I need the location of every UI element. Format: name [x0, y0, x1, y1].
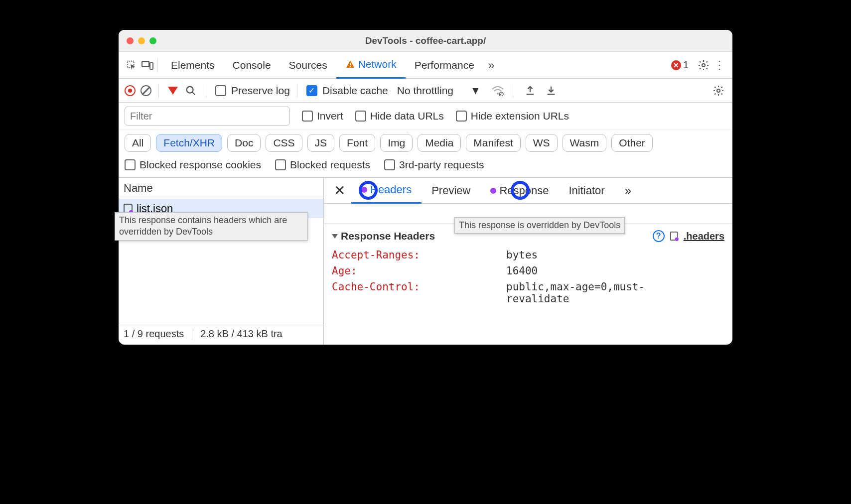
request-list: Name list.json 1 / 9 requests 2.8 kB / 4…	[119, 178, 324, 345]
request-detail: ✕ Headers Preview Response Initiator »	[324, 178, 732, 345]
devtools-window: DevTools - coffee-cart.app/ Elements Con…	[119, 30, 732, 345]
filter-toggle-icon[interactable]	[168, 87, 178, 95]
svg-point-9	[499, 92, 503, 96]
svg-point-8	[497, 93, 499, 95]
close-detail-button[interactable]: ✕	[328, 182, 351, 199]
divider	[158, 84, 159, 98]
status-bar: 1 / 9 requests 2.8 kB / 413 kB tra	[119, 323, 323, 345]
pill-fetch-xhr[interactable]: Fetch/XHR	[156, 134, 222, 152]
preserve-log-label: Preserve log	[231, 85, 290, 97]
disclosure-triangle-icon	[332, 234, 338, 239]
divider	[513, 84, 513, 98]
network-toolbar: Preserve log ✓ Disable cache No throttli…	[119, 79, 732, 103]
tab-preview[interactable]: Preview	[422, 178, 480, 204]
divider	[297, 84, 297, 98]
pill-js[interactable]: JS	[307, 134, 335, 152]
svg-rect-3	[350, 63, 351, 65]
hide-extension-urls-checkbox[interactable]: Hide extension URLs	[456, 110, 569, 122]
content-area: Name list.json 1 / 9 requests 2.8 kB / 4…	[119, 177, 732, 345]
tab-elements[interactable]: Elements	[162, 52, 224, 79]
panel-tabs: Elements Console Sources Network Perform…	[119, 52, 732, 79]
kebab-menu-icon[interactable]: ⋮	[711, 57, 727, 73]
response-headers-section: Response Headers ? .headers Accept-Range…	[324, 224, 732, 315]
pill-ws[interactable]: WS	[526, 134, 558, 152]
pill-css[interactable]: CSS	[266, 134, 302, 152]
filter-input[interactable]	[125, 107, 290, 126]
svg-rect-2	[150, 63, 153, 69]
tooltip-response-override: This response is overridden by DevTools	[454, 217, 625, 234]
record-button[interactable]	[125, 85, 136, 96]
tab-sources[interactable]: Sources	[280, 52, 336, 79]
tab-performance[interactable]: Performance	[406, 52, 483, 79]
type-filter-pills: All Fetch/XHR Doc CSS JS Font Img Media …	[119, 130, 732, 156]
hide-data-urls-checkbox[interactable]: Hide data URLs	[355, 110, 444, 122]
inspect-icon[interactable]	[124, 57, 140, 73]
name-column-header[interactable]: Name	[119, 178, 323, 199]
close-window-button[interactable]	[127, 37, 134, 44]
minimize-window-button[interactable]	[138, 37, 145, 44]
disable-cache-label: Disable cache	[322, 85, 388, 97]
svg-point-10	[717, 89, 720, 92]
request-count: 1 / 9 requests	[124, 328, 192, 340]
disable-cache-checkbox[interactable]: ✓	[306, 85, 317, 96]
settings-gear-icon[interactable]	[696, 57, 711, 73]
network-conditions-icon[interactable]	[490, 83, 506, 99]
header-row: Cache-Control: public,max-age=0,must-rev…	[332, 281, 724, 305]
error-icon: ✕	[671, 60, 681, 70]
tab-console[interactable]: Console	[224, 52, 280, 79]
warning-icon	[345, 59, 355, 69]
tooltip-headers-override: This response contains headers which are…	[115, 212, 308, 241]
titlebar: DevTools - coffee-cart.app/	[119, 30, 732, 52]
tab-headers[interactable]: Headers	[351, 178, 422, 204]
svg-line-7	[192, 92, 195, 95]
throttling-select[interactable]: No throttling ▼	[393, 85, 485, 97]
svg-rect-1	[142, 61, 149, 67]
filter-bar: Invert Hide data URLs Hide extension URL…	[119, 103, 732, 130]
third-party-checkbox[interactable]: 3rd-party requests	[384, 159, 484, 171]
clear-button[interactable]	[141, 85, 151, 96]
search-icon[interactable]	[183, 83, 199, 99]
pill-doc[interactable]: Doc	[227, 134, 261, 152]
header-rows: Accept-Ranges: bytes Age: 16400 Cache-Co…	[332, 249, 724, 305]
override-indicator-icon	[361, 187, 367, 193]
tab-network[interactable]: Network	[336, 52, 406, 79]
pill-all[interactable]: All	[125, 134, 151, 152]
pill-font[interactable]: Font	[339, 134, 375, 152]
header-row: Accept-Ranges: bytes	[332, 249, 724, 261]
window-title: DevTools - coffee-cart.app/	[119, 35, 732, 46]
headers-file-icon	[670, 232, 678, 241]
blocked-cookies-checkbox[interactable]: Blocked response cookies	[125, 159, 261, 171]
svg-rect-4	[350, 66, 351, 67]
error-count[interactable]: ✕ 1	[671, 59, 689, 71]
more-detail-tabs[interactable]: »	[615, 178, 641, 204]
svg-point-5	[702, 64, 705, 67]
override-indicator-icon	[490, 188, 496, 194]
transfer-size: 2.8 kB / 413 kB tra	[200, 328, 290, 340]
pill-media[interactable]: Media	[418, 134, 461, 152]
chevron-down-icon: ▼	[470, 85, 481, 97]
tab-response[interactable]: Response	[480, 178, 559, 204]
tab-initiator[interactable]: Initiator	[559, 178, 614, 204]
blocked-requests-checkbox[interactable]: Blocked requests	[275, 159, 370, 171]
headers-file-link[interactable]: .headers	[684, 231, 724, 242]
pill-manifest[interactable]: Manifest	[466, 134, 520, 152]
preserve-log-checkbox[interactable]	[215, 85, 226, 96]
detail-tabs: ✕ Headers Preview Response Initiator »	[324, 178, 732, 204]
window-controls	[127, 37, 156, 44]
header-row: Age: 16400	[332, 265, 724, 277]
divider	[206, 84, 206, 98]
device-toggle-icon[interactable]	[140, 57, 155, 73]
svg-point-6	[187, 86, 193, 93]
more-filters: Blocked response cookies Blocked request…	[119, 156, 732, 177]
download-icon[interactable]	[543, 83, 559, 99]
network-settings-gear-icon[interactable]	[710, 83, 726, 99]
more-tabs-icon[interactable]: »	[483, 57, 499, 73]
invert-checkbox[interactable]: Invert	[302, 110, 343, 122]
pill-wasm[interactable]: Wasm	[563, 134, 607, 152]
pill-img[interactable]: Img	[380, 134, 413, 152]
upload-icon[interactable]	[522, 83, 538, 99]
pill-other[interactable]: Other	[611, 134, 653, 152]
fullscreen-window-button[interactable]	[149, 37, 156, 44]
help-icon[interactable]: ?	[653, 230, 665, 242]
divider	[157, 58, 158, 72]
